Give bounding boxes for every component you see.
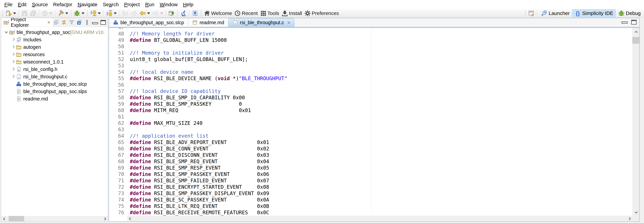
code-line-60[interactable]: 60#define MITM_REQ 0x01 bbox=[109, 107, 632, 114]
minimize-button[interactable] bbox=[622, 22, 628, 24]
dropdown-arrow-icon[interactable] bbox=[49, 13, 52, 14]
scroll-up-icon[interactable] bbox=[633, 29, 638, 34]
scroll-down-icon[interactable] bbox=[633, 209, 638, 215]
scroll-left-icon[interactable] bbox=[1, 216, 7, 221]
tree-item-rsi-ble-throughput-c[interactable]: rsi_ble_throughput.c bbox=[1, 73, 108, 80]
code-line-55[interactable]: 55#define RSI_BLE_DEVICE_NAME (void *)"B… bbox=[109, 75, 632, 82]
project-explorer-tab[interactable]: Project Explorer × bbox=[1, 18, 54, 27]
menu-file[interactable]: File bbox=[2, 0, 15, 9]
code-editor[interactable]: 4748//! Memory length for driver49#defin… bbox=[109, 28, 639, 215]
code-lines[interactable]: 4748//! Memory length for driver49#defin… bbox=[109, 28, 632, 215]
scrollbar-thumb[interactable] bbox=[9, 216, 24, 221]
chevron-down-icon[interactable] bbox=[4, 29, 9, 35]
previous-annotation-button[interactable] bbox=[121, 10, 130, 17]
dropdown-arrow-icon[interactable] bbox=[160, 13, 163, 14]
chevron-right-icon[interactable] bbox=[10, 59, 16, 65]
code-line-65[interactable]: 65#define RSI_BLE_ADV_REPORT_EVENT 0x01 bbox=[109, 139, 632, 146]
preferences-button[interactable]: Preferences bbox=[303, 10, 340, 17]
dropdown-arrow-icon[interactable] bbox=[65, 13, 68, 14]
code-line-71[interactable]: 71#define RSI_BLE_SMP_FAILED_EVENT 0x07 bbox=[109, 177, 632, 184]
code-line-56[interactable]: 56 bbox=[109, 82, 632, 88]
upload-button[interactable] bbox=[105, 10, 118, 17]
code-line-64[interactable]: 64//! application event list bbox=[109, 133, 632, 139]
perspective-simplicity-ide[interactable]: Simplicity IDE bbox=[572, 9, 616, 17]
tools-button[interactable]: Tools bbox=[259, 10, 280, 17]
scroll-right-icon[interactable] bbox=[102, 216, 108, 221]
tree-item-rsi-ble-config-h[interactable]: rsi_ble_config.h bbox=[1, 66, 108, 73]
editor-horizontal-scrollbar[interactable] bbox=[127, 215, 632, 221]
code-line-74[interactable]: 74#define RSI_BLE_SC_PASSKEY_EVENT 0x0A bbox=[109, 197, 632, 203]
save-all-button[interactable] bbox=[29, 10, 38, 17]
code-line-67[interactable]: 67#define RSI_BLE_DISCONN_EVENT 0x03 bbox=[109, 152, 632, 158]
last-edit-location-button[interactable] bbox=[138, 10, 151, 17]
chevron-right-icon[interactable] bbox=[10, 44, 16, 50]
si-packages-icon[interactable] bbox=[77, 20, 82, 25]
code-line-57[interactable]: 57//! local device IO capability bbox=[109, 88, 632, 94]
tree-item-ble-throughput-app-soc-slcp[interactable]: ble_throughput_app_soc.slcp bbox=[1, 80, 108, 88]
close-icon[interactable]: × bbox=[287, 20, 290, 26]
menu-source[interactable]: Source bbox=[29, 0, 50, 9]
code-line-68[interactable]: 68#define RSI_BLE_SMP_REQ_EVENT 0x04 bbox=[109, 158, 632, 165]
run-history-button[interactable] bbox=[40, 10, 54, 17]
code-line-58[interactable]: 58#define RSI_BLE_SMP_IO_CAPABILITY 0x00 bbox=[109, 94, 632, 101]
code-line-73[interactable]: 73#define RSI_BLE_SMP_PASSKEY_DISPLAY_EV… bbox=[109, 190, 632, 197]
menu-search[interactable]: Search bbox=[100, 0, 122, 9]
tree-item-autogen[interactable]: autogen bbox=[1, 43, 108, 51]
code-line-52[interactable]: 52uint8_t global_buf[BT_GLOBAL_BUFF_LEN]… bbox=[109, 56, 632, 62]
filter-icon[interactable] bbox=[69, 20, 74, 25]
menu-window[interactable]: Window bbox=[157, 0, 180, 9]
perspective-debug[interactable]: Debug bbox=[616, 10, 643, 17]
welcome-button[interactable]: Welcome bbox=[202, 10, 233, 17]
tree-item-includes[interactable]: Includes bbox=[1, 36, 108, 43]
flash-programmer-button[interactable] bbox=[191, 10, 200, 17]
menu-refactor[interactable]: Refactor bbox=[50, 0, 75, 9]
tree-item-readme-md[interactable]: readme.md bbox=[1, 95, 108, 102]
save-button[interactable] bbox=[20, 10, 29, 17]
collapse-all-icon[interactable] bbox=[54, 20, 59, 25]
view-menu-icon[interactable] bbox=[84, 20, 90, 25]
menu-run[interactable]: Run bbox=[142, 0, 157, 9]
editor-tab-readme-md[interactable]: readme.md bbox=[188, 18, 228, 27]
link-with-editor-icon[interactable] bbox=[61, 20, 66, 25]
code-line-48[interactable]: 48//! Memory length for driver bbox=[109, 31, 632, 37]
code-line-70[interactable]: 70#define RSI_BLE_SMP_PASSKEY_EVENT 0x06 bbox=[109, 171, 632, 177]
chevron-right-icon[interactable] bbox=[10, 66, 16, 72]
menu-navigate[interactable]: Navigate bbox=[75, 0, 100, 9]
recent-button[interactable]: Recent bbox=[233, 10, 259, 17]
code-line-49[interactable]: 49#define BT_GLOBAL_BUFF_LEN 15000 bbox=[109, 37, 632, 43]
perspective-launcher[interactable]: Launcher bbox=[538, 10, 572, 17]
scrollbar-thumb[interactable] bbox=[632, 37, 639, 44]
scroll-left-icon[interactable] bbox=[127, 216, 132, 221]
debug-button[interactable] bbox=[72, 10, 86, 17]
next-annotation-button[interactable] bbox=[130, 10, 138, 17]
code-line-47[interactable]: 47 bbox=[109, 28, 632, 31]
code-line-53[interactable]: 53 bbox=[109, 62, 632, 69]
dropdown-arrow-icon[interactable] bbox=[13, 13, 16, 14]
tree-item-resources[interactable]: resources bbox=[1, 51, 108, 58]
analyzer-button[interactable] bbox=[179, 10, 188, 17]
explorer-horizontal-scrollbar[interactable] bbox=[1, 216, 108, 221]
chevron-right-icon[interactable] bbox=[10, 74, 16, 79]
chevron-right-icon[interactable] bbox=[10, 52, 16, 57]
code-line-50[interactable]: 50 bbox=[109, 43, 632, 50]
editor-vertical-scrollbar[interactable] bbox=[632, 28, 639, 215]
maximize-button[interactable] bbox=[631, 20, 636, 25]
new-wizard-button[interactable] bbox=[4, 10, 17, 17]
install-button[interactable]: Install bbox=[280, 10, 303, 17]
chevron-right-icon[interactable] bbox=[10, 37, 16, 43]
code-line-59[interactable]: 59#define RSI_BLE_SMP_PASSKEY 0 bbox=[109, 101, 632, 107]
close-icon[interactable]: × bbox=[47, 20, 50, 25]
open-perspective-button[interactable] bbox=[527, 10, 536, 17]
maximize-button[interactable] bbox=[100, 20, 106, 25]
code-line-62[interactable]: 62#define MAX_MTU_SIZE 240 bbox=[109, 120, 632, 126]
code-line-76[interactable]: 76#define RSI_BLE_RECEIVE_REMOTE_FEATURE… bbox=[109, 209, 632, 215]
minimize-button[interactable] bbox=[92, 22, 98, 24]
dropdown-arrow-icon[interactable] bbox=[82, 13, 84, 14]
menu-project[interactable]: Project bbox=[122, 0, 142, 9]
pin-editor-button[interactable] bbox=[167, 10, 176, 17]
download-button[interactable] bbox=[89, 10, 102, 17]
menu-edit[interactable]: Edit bbox=[15, 0, 29, 9]
code-line-75[interactable]: 75#define RSI_BLE_LTK_REQ_EVENT 0x0B bbox=[109, 203, 632, 209]
dropdown-arrow-icon[interactable] bbox=[114, 13, 117, 14]
editor-tab-ble-throughput-app-soc-slcp[interactable]: ble_throughput_app_soc.slcp bbox=[109, 18, 188, 27]
